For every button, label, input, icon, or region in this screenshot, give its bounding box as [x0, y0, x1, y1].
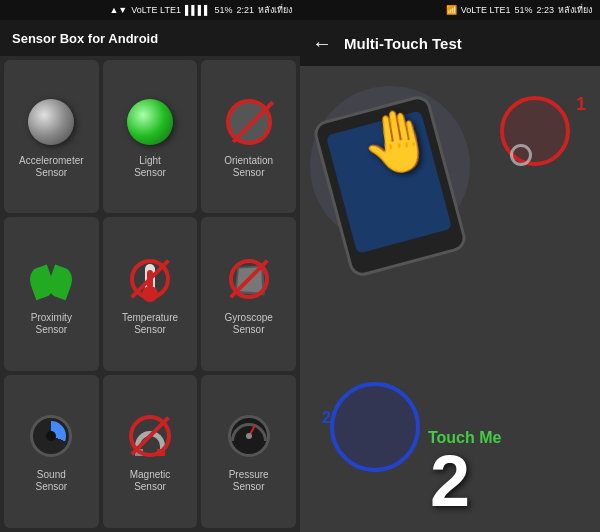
left-header: Sensor Box for Android	[0, 20, 300, 56]
right-panel: 📶 VoLTE LTE1 51% 2:23 หลังเที่ยง ← Multi…	[300, 0, 600, 532]
temperature-icon	[123, 252, 177, 306]
pressure-label: PressureSensor	[229, 469, 269, 493]
hand-icon: 🤚	[354, 100, 440, 183]
accelerometer-label: AccelerometerSensor	[19, 155, 83, 179]
finger-number-1: 1	[576, 94, 586, 115]
left-panel: ▲▼ VoLTE LTE1 ▌▌▌▌ 51% 2:21 หลังเที่ยง S…	[0, 0, 300, 532]
sensor-item-pressure[interactable]: PressureSensor	[201, 375, 296, 528]
proximity-label: ProximitySensor	[31, 312, 72, 336]
right-battery-label: 51%	[514, 5, 532, 15]
left-bars-icon: ▌▌▌▌	[185, 5, 211, 15]
left-lte-label: VoLTE LTE1	[131, 5, 181, 15]
right-signal-icon: 📶	[446, 5, 457, 15]
orientation-icon	[222, 95, 276, 149]
sensor-item-gyroscope[interactable]: GyroscopeSensor	[201, 217, 296, 370]
sound-icon	[24, 409, 78, 463]
light-label: LightSensor	[134, 155, 166, 179]
back-button[interactable]: ←	[312, 32, 332, 55]
multitouch-area[interactable]: 🤚 1 2 Touch Me 2	[300, 66, 600, 532]
left-battery-label: 51%	[214, 5, 232, 15]
sensor-item-orientation[interactable]: OrientationSensor	[201, 60, 296, 213]
sound-label: SoundSensor	[35, 469, 67, 493]
sensor-grid: AccelerometerSensor LightSensor Orientat…	[0, 56, 300, 532]
touch-circle-2	[330, 382, 420, 472]
app-title: Sensor Box for Android	[12, 31, 158, 46]
sensor-item-magnetic[interactable]: MagneticSensor	[103, 375, 198, 528]
temperature-label: TemperatureSensor	[122, 312, 178, 336]
gyroscope-icon	[222, 252, 276, 306]
accelerometer-icon	[24, 95, 78, 149]
left-status-bar: ▲▼ VoLTE LTE1 ▌▌▌▌ 51% 2:21 หลังเที่ยง	[0, 0, 300, 20]
left-signal-icon: ▲▼	[109, 5, 127, 15]
right-lte-label: VoLTE LTE1	[461, 5, 511, 15]
finger-number-2-small: 2	[322, 409, 331, 427]
touch-count-display: 2	[430, 440, 470, 522]
sensor-item-proximity[interactable]: ProximitySensor	[4, 217, 99, 370]
orientation-label: OrientationSensor	[224, 155, 273, 179]
multitouch-title: Multi-Touch Test	[344, 35, 462, 52]
light-icon	[123, 95, 177, 149]
magnetic-icon	[123, 409, 177, 463]
sensor-item-light[interactable]: LightSensor	[103, 60, 198, 213]
sensor-item-accelerometer[interactable]: AccelerometerSensor	[4, 60, 99, 213]
right-time-label: 2:23	[536, 5, 554, 15]
sensor-item-temperature[interactable]: TemperatureSensor	[103, 217, 198, 370]
right-status-bar: 📶 VoLTE LTE1 51% 2:23 หลังเที่ยง	[300, 0, 600, 20]
left-time-label: 2:21	[236, 5, 254, 15]
magnetic-label: MagneticSensor	[130, 469, 171, 493]
sensor-item-sound[interactable]: SoundSensor	[4, 375, 99, 528]
gyroscope-label: GyroscopeSensor	[224, 312, 272, 336]
right-header: ← Multi-Touch Test	[300, 20, 600, 66]
proximity-icon	[24, 252, 78, 306]
left-thai-label: หลังเที่ยง	[258, 3, 292, 17]
right-thai-label: หลังเที่ยง	[558, 3, 592, 17]
pressure-icon	[222, 409, 276, 463]
touch-circle-small	[510, 144, 532, 166]
